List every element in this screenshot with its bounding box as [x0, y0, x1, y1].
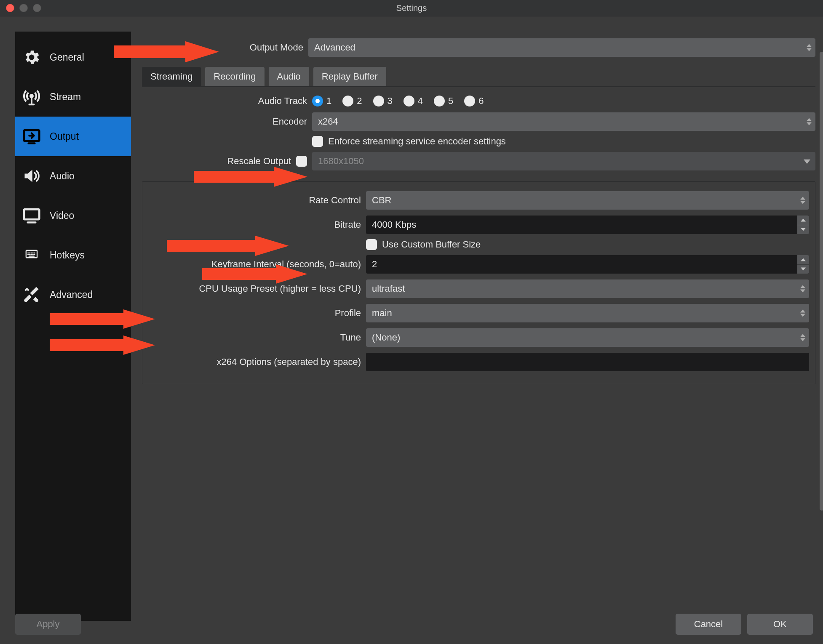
- profile-select[interactable]: main: [366, 304, 809, 322]
- main-content: Output Mode Advanced Streaming Recording…: [131, 32, 823, 621]
- tools-icon: [20, 283, 43, 306]
- spinner-up-icon[interactable]: [797, 255, 809, 264]
- sidebar-item-label: Advanced: [50, 289, 93, 301]
- custom-buffer-label: Use Custom Buffer Size: [382, 239, 481, 250]
- keyframe-value: 2: [372, 259, 377, 270]
- tab-replay-buffer[interactable]: Replay Buffer: [313, 67, 386, 86]
- sidebar-item-audio[interactable]: Audio: [15, 156, 131, 196]
- output-tabs: Streaming Recording Audio Replay Buffer: [142, 67, 815, 87]
- speaker-icon: [20, 165, 43, 187]
- enforce-checkbox[interactable]: [312, 136, 323, 147]
- cpu-preset-select[interactable]: ultrafast: [366, 279, 809, 298]
- antenna-icon: [20, 85, 43, 108]
- output-icon: [20, 125, 43, 148]
- chevron-down-icon: [804, 156, 810, 167]
- svg-rect-2: [24, 209, 40, 219]
- enforce-label: Enforce streaming service encoder settin…: [328, 136, 506, 147]
- updown-icon: [805, 42, 813, 53]
- apply-button[interactable]: Apply: [15, 614, 81, 635]
- audio-track-4[interactable]: 4: [403, 96, 423, 106]
- spinner-down-icon[interactable]: [797, 264, 809, 274]
- rate-control-select[interactable]: CBR: [366, 191, 809, 210]
- bitrate-value: 4000 Kbps: [372, 219, 416, 230]
- spinner-buttons[interactable]: [797, 216, 809, 234]
- footer: Apply Cancel OK: [0, 604, 823, 644]
- keyboard-icon: [20, 244, 43, 266]
- keyframe-label: Keyframe Interval (seconds, 0=auto): [148, 259, 366, 270]
- encoder-label: Encoder: [142, 116, 312, 127]
- audio-track-3[interactable]: 3: [373, 96, 393, 106]
- audio-track-2[interactable]: 2: [342, 96, 362, 106]
- audio-track-1[interactable]: 1: [312, 96, 331, 106]
- sidebar-item-hotkeys[interactable]: Hotkeys: [15, 235, 131, 275]
- audio-track-label: Audio Track: [142, 96, 312, 106]
- tune-select[interactable]: (None): [366, 328, 809, 347]
- sidebar-item-advanced[interactable]: Advanced: [15, 275, 131, 314]
- rescale-checkbox[interactable]: [296, 156, 307, 167]
- tab-streaming[interactable]: Streaming: [142, 67, 201, 86]
- cpu-preset-label: CPU Usage Preset (higher = less CPU): [148, 283, 366, 294]
- tab-recording[interactable]: Recording: [205, 67, 264, 86]
- cancel-button[interactable]: Cancel: [676, 614, 741, 635]
- updown-icon: [799, 195, 807, 206]
- sidebar-item-label: Stream: [50, 91, 81, 103]
- output-mode-label: Output Mode: [142, 42, 308, 53]
- x264opts-label: x264 Options (separated by space): [148, 357, 366, 367]
- gear-icon: [20, 46, 43, 69]
- rescale-label: Rescale Output: [142, 156, 296, 167]
- spinner-up-icon[interactable]: [797, 216, 809, 225]
- x264opts-input[interactable]: [366, 353, 809, 371]
- audio-track-5[interactable]: 5: [434, 96, 453, 106]
- sidebar-item-output[interactable]: Output: [15, 117, 131, 156]
- titlebar: Settings: [0, 0, 823, 16]
- scrollbar[interactable]: [820, 52, 823, 511]
- bitrate-label: Bitrate: [148, 219, 366, 230]
- rescale-placeholder: 1680x1050: [318, 156, 364, 167]
- sidebar-item-video[interactable]: Video: [15, 196, 131, 235]
- sidebar-item-label: Hotkeys: [50, 250, 85, 261]
- sidebar-item-label: Video: [50, 210, 74, 221]
- audio-track-6[interactable]: 6: [464, 96, 484, 106]
- spinner-buttons[interactable]: [797, 255, 809, 274]
- encoder-value: x264: [318, 116, 338, 127]
- tune-label: Tune: [148, 332, 366, 343]
- custom-buffer-checkbox[interactable]: [366, 239, 377, 250]
- sidebar-item-label: General: [50, 52, 84, 63]
- sidebar-item-label: Output: [50, 131, 79, 142]
- encoder-select[interactable]: x264: [312, 112, 815, 131]
- sidebar-item-label: Audio: [50, 170, 75, 182]
- cpu-preset-value: ultrafast: [372, 283, 405, 294]
- updown-icon: [799, 332, 807, 343]
- updown-icon: [799, 283, 807, 294]
- spinner-down-icon[interactable]: [797, 225, 809, 234]
- monitor-icon: [20, 204, 43, 227]
- tune-value: (None): [372, 332, 400, 343]
- bitrate-input[interactable]: 4000 Kbps: [366, 216, 809, 234]
- updown-icon: [799, 308, 807, 319]
- ok-button[interactable]: OK: [747, 614, 813, 635]
- sidebar-item-stream[interactable]: Stream: [15, 77, 131, 117]
- sidebar-item-general[interactable]: General: [15, 37, 131, 77]
- output-mode-select[interactable]: Advanced: [308, 38, 815, 57]
- profile-label: Profile: [148, 308, 366, 319]
- updown-icon: [805, 116, 813, 127]
- encoder-settings-panel: Rate Control CBR Bitrate 4000 Kbps: [142, 181, 815, 384]
- rate-control-value: CBR: [372, 195, 391, 206]
- sidebar: General Stream Output Audio: [15, 32, 131, 621]
- window-title: Settings: [0, 3, 823, 13]
- output-mode-value: Advanced: [314, 42, 355, 53]
- rate-control-label: Rate Control: [148, 195, 366, 206]
- keyframe-input[interactable]: 2: [366, 255, 809, 274]
- rescale-select[interactable]: 1680x1050: [312, 152, 815, 170]
- audio-track-radios: 1 2 3 4 5 6: [312, 96, 484, 106]
- tab-audio[interactable]: Audio: [269, 67, 309, 86]
- profile-value: main: [372, 308, 392, 319]
